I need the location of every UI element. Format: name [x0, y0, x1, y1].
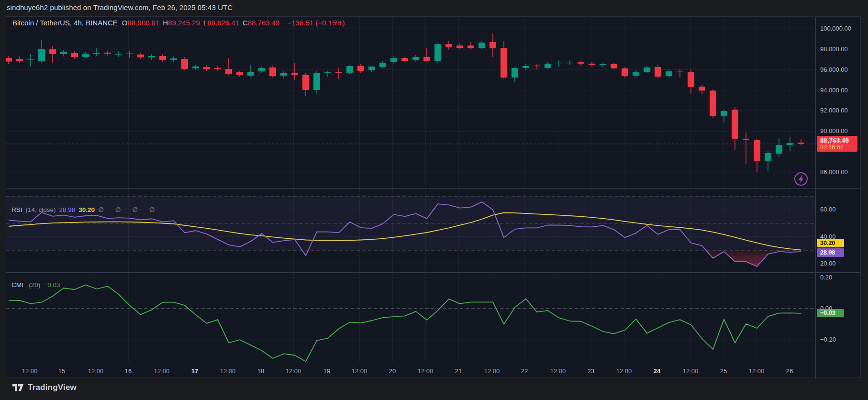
- candle: [368, 66, 375, 72]
- published-chart-page: sindhuye6h2 published on TradingView.com…: [0, 0, 868, 400]
- candle-body: [556, 63, 562, 63]
- candle: [611, 63, 617, 69]
- rsi-ma-value: 30.20: [78, 206, 95, 213]
- chart-canvas[interactable]: [6, 17, 861, 378]
- candle-body: [721, 111, 727, 116]
- candle: [104, 51, 111, 56]
- candle-body: [247, 72, 254, 76]
- price-axis-label: 90,000.00: [820, 127, 848, 135]
- candle: [710, 89, 716, 118]
- time-axis-label: 12:00: [154, 367, 170, 375]
- cmf-title: CMF: [11, 281, 25, 289]
- boost-button[interactable]: [795, 173, 807, 185]
- bar-countdown: 02:16:52: [820, 144, 857, 151]
- candle-body: [666, 71, 672, 76]
- candle: [280, 71, 287, 78]
- candle: [501, 41, 507, 78]
- candle: [445, 41, 452, 50]
- candle: [346, 65, 353, 75]
- candle: [159, 54, 166, 62]
- tradingview-logo[interactable]: TradingView: [12, 383, 77, 392]
- price-axis-label: 94,000.00: [820, 87, 848, 94]
- time-axis-label: 12:00: [88, 367, 104, 375]
- candle: [467, 42, 474, 49]
- chart-panel: Bitcoin / TetherUS, 4h, BINANCE O88,900.…: [6, 16, 861, 378]
- candle: [126, 51, 133, 58]
- candle-body: [214, 68, 221, 69]
- time-axis-label: 16: [125, 367, 132, 375]
- candle: [258, 66, 265, 73]
- candle-body: [148, 56, 155, 57]
- candle: [236, 71, 243, 77]
- candle-body: [589, 64, 595, 65]
- candle-body: [479, 43, 485, 48]
- candle: [721, 110, 727, 122]
- candle-body: [115, 54, 122, 55]
- candle: [60, 50, 67, 56]
- candle-body: [71, 53, 78, 57]
- candle-body: [688, 72, 694, 87]
- candle-body: [501, 48, 507, 78]
- candle-body: [313, 73, 320, 90]
- candle: [137, 53, 144, 59]
- candle-body: [401, 58, 408, 61]
- time-axis-label: 22: [521, 367, 528, 375]
- last-price: 88,763.49: [820, 137, 857, 144]
- rsi-axis-label: 20.00: [820, 260, 836, 267]
- time-axis-label: 12:00: [683, 367, 699, 375]
- candle: [633, 70, 639, 78]
- candle: [589, 62, 595, 67]
- candle: [523, 64, 529, 70]
- candle: [302, 73, 309, 96]
- candle: [390, 56, 397, 64]
- candle-body: [699, 87, 705, 90]
- candle: [401, 57, 408, 62]
- candle-body: [126, 54, 133, 54]
- symbol-header: Bitcoin / TetherUS, 4h, BINANCE O88,900.…: [12, 19, 345, 27]
- time-axis-label: 12:00: [352, 367, 367, 375]
- candle: [148, 54, 155, 60]
- rsi-pane-title: RSI (14, close) 28.98 30.20 ∅ ∅ ∅ ∅: [11, 206, 159, 213]
- candle-body: [512, 68, 518, 78]
- candle: [556, 60, 562, 67]
- candle-body: [434, 44, 441, 61]
- candle-body: [357, 66, 364, 71]
- candle-body: [368, 67, 375, 70]
- ohlc-pair: L88,626.41: [203, 19, 239, 27]
- price-axis-label: 98,000.00: [820, 45, 848, 53]
- candle: [490, 33, 496, 57]
- ohlc-key: H: [163, 19, 168, 27]
- tradingview-brand-text: TradingView: [28, 383, 77, 392]
- candle-body: [27, 59, 34, 60]
- candle: [27, 54, 34, 67]
- candle-body: [545, 64, 551, 68]
- candle: [655, 65, 661, 78]
- ohlc-value: 88,626.41: [207, 19, 239, 27]
- candle: [115, 51, 122, 57]
- vertical-gridlines: [30, 17, 790, 362]
- candle-body: [622, 68, 628, 76]
- tradingview-mark-icon: [12, 384, 23, 391]
- candle-body: [346, 66, 353, 73]
- candle-body: [335, 72, 342, 73]
- candle: [456, 44, 463, 49]
- symbol-title: Bitcoin / TetherUS, 4h, BINANCE: [12, 19, 118, 27]
- time-axis-label: 12:00: [749, 367, 765, 375]
- candle-body: [225, 69, 232, 74]
- time-axis-label: 17: [191, 367, 198, 375]
- cmf-pane-title: CMF (20) −0.03: [11, 281, 60, 289]
- candle-body: [181, 59, 188, 69]
- candle-body: [611, 64, 617, 68]
- candle-body: [291, 73, 298, 75]
- candle: [776, 138, 782, 157]
- price-axis-label: 100,000.00: [820, 25, 851, 33]
- candle: [479, 41, 485, 49]
- candle-body: [236, 72, 243, 75]
- candle: [434, 43, 441, 63]
- ohlc-key: C: [243, 19, 248, 27]
- rsi-axis-label: 40.00: [820, 233, 836, 241]
- candle: [247, 65, 254, 77]
- candle-body: [456, 45, 463, 48]
- candle-body: [754, 140, 760, 161]
- candle-body: [82, 54, 89, 57]
